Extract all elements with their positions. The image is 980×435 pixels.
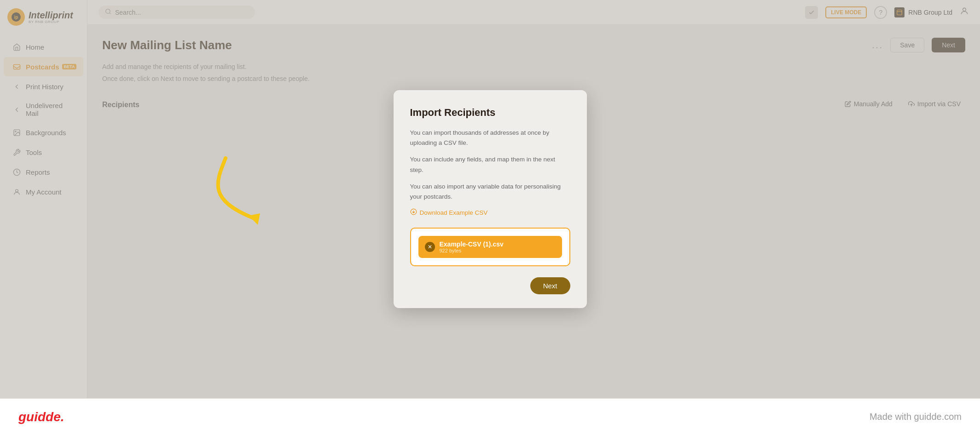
file-size: 922 bytes (440, 248, 556, 253)
modal-title: Import Recipients (410, 107, 570, 119)
file-remove-button[interactable]: ✕ (425, 242, 435, 252)
footer-made-with: Made with guidde.com (870, 412, 962, 422)
modal-overlay: Import Recipients You can import thousan… (0, 0, 980, 398)
download-csv-link[interactable]: Download Example CSV (410, 208, 570, 217)
svg-marker-13 (249, 213, 260, 225)
modal-para2: You can include any fields, and map them… (410, 155, 570, 175)
file-item: ✕ Example-CSV (1).csv 922 bytes (418, 236, 562, 258)
footer-bar: guidde. Made with guidde.com (0, 398, 980, 435)
modal-para1: You can import thousands of addresses at… (410, 128, 570, 149)
file-name: Example-CSV (1).csv (440, 240, 556, 248)
footer-brand: guidde. (18, 410, 64, 424)
file-upload-area[interactable]: ✕ Example-CSV (1).csv 922 bytes (410, 228, 570, 266)
file-info: Example-CSV (1).csv 922 bytes (440, 240, 556, 253)
modal-para3: You can also import any variable data fo… (410, 182, 570, 202)
arrow-annotation (198, 144, 336, 238)
modal-next-button[interactable]: Next (530, 277, 570, 294)
download-icon (410, 208, 417, 217)
import-modal: Import Recipients You can import thousan… (394, 90, 587, 309)
modal-next-row: Next (410, 277, 570, 294)
